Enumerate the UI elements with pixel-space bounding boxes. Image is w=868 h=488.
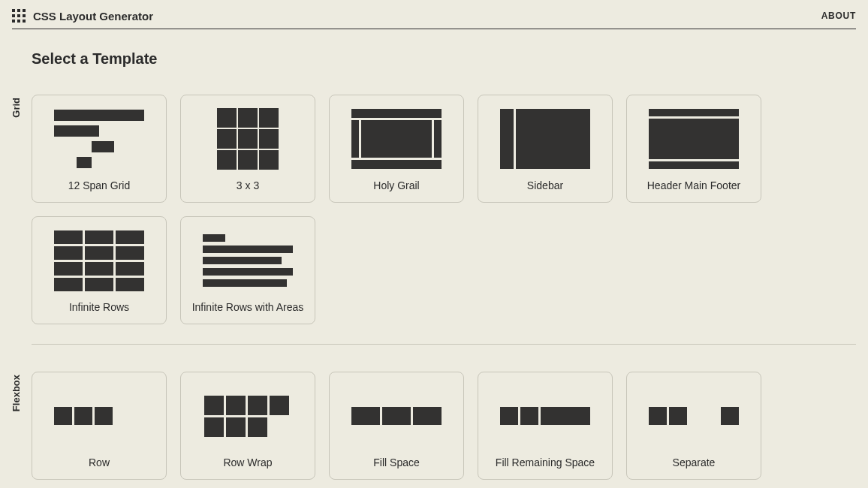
template-label: Infinite Rows with Areas — [191, 301, 304, 313]
template-holy-grail[interactable]: Holy Grail — [329, 95, 464, 203]
template-label: Fill Remaining Space — [489, 456, 601, 468]
template-separate[interactable]: Separate — [626, 372, 761, 480]
section-label-grid: Grid — [11, 98, 22, 118]
preview-fill-space — [351, 386, 442, 446]
svg-rect-0 — [12, 9, 15, 12]
preview-separate — [649, 386, 739, 446]
about-link[interactable]: ABOUT — [821, 11, 856, 21]
header-divider — [12, 29, 856, 29]
template-label: Row Wrap — [191, 456, 304, 468]
svg-rect-4 — [17, 14, 20, 17]
svg-rect-5 — [23, 14, 26, 17]
template-label: Holy Grail — [340, 179, 453, 191]
content: Select a Template Grid 12 Span Grid — [0, 50, 868, 488]
template-infinite-rows-areas[interactable]: Infinite Rows with Areas — [180, 216, 315, 324]
preview-infinite-rows-areas — [203, 230, 293, 291]
flexbox-cards: Row Row Wrap Fill Space — [32, 372, 856, 480]
section-grid: Grid 12 Span Grid 3 x 3 — [32, 95, 856, 324]
template-label: Fill Space — [340, 456, 453, 468]
preview-12-span-grid — [54, 109, 144, 169]
template-label: 12 Span Grid — [43, 179, 155, 191]
svg-rect-8 — [23, 20, 26, 23]
app-title: CSS Layout Generator — [33, 10, 153, 23]
template-12-span-grid[interactable]: 12 Span Grid — [32, 95, 167, 203]
preview-sidebar — [500, 109, 590, 169]
grid-cards: 12 Span Grid 3 x 3 — [32, 95, 856, 324]
section-divider — [32, 344, 856, 345]
section-flexbox: Flexbox Row Row Wrap — [32, 372, 856, 480]
section-label-flexbox: Flexbox — [11, 375, 22, 411]
template-label: Row — [43, 456, 155, 468]
template-row[interactable]: Row — [32, 372, 167, 480]
preview-fill-remaining-space — [500, 386, 590, 446]
template-fill-space[interactable]: Fill Space — [329, 372, 464, 480]
page-heading: Select a Template — [32, 50, 856, 68]
preview-holy-grail — [351, 109, 442, 169]
template-3x3[interactable]: 3 x 3 — [180, 95, 315, 203]
svg-rect-2 — [23, 9, 26, 12]
preview-header-main-footer — [649, 109, 739, 169]
template-label: Separate — [637, 456, 750, 468]
template-sidebar[interactable]: Sidebar — [478, 95, 613, 203]
apps-icon[interactable] — [12, 9, 26, 23]
template-label: Infinite Rows — [43, 301, 155, 313]
topbar: CSS Layout Generator ABOUT — [0, 0, 868, 29]
preview-infinite-rows — [54, 230, 144, 291]
svg-rect-6 — [12, 20, 15, 23]
preview-row-wrap — [203, 386, 293, 446]
svg-rect-1 — [17, 9, 20, 12]
topbar-left: CSS Layout Generator — [12, 9, 153, 23]
template-infinite-rows[interactable]: Infinite Rows — [32, 216, 167, 324]
template-label: Header Main Footer — [637, 179, 750, 191]
svg-rect-3 — [12, 14, 15, 17]
template-row-wrap[interactable]: Row Wrap — [180, 372, 315, 480]
svg-rect-7 — [17, 20, 20, 23]
template-label: Sidebar — [489, 179, 601, 191]
preview-3x3 — [203, 109, 293, 169]
template-header-main-footer[interactable]: Header Main Footer — [626, 95, 761, 203]
template-fill-remaining-space[interactable]: Fill Remaining Space — [478, 372, 613, 480]
template-label: 3 x 3 — [191, 179, 304, 191]
preview-row — [54, 386, 144, 446]
